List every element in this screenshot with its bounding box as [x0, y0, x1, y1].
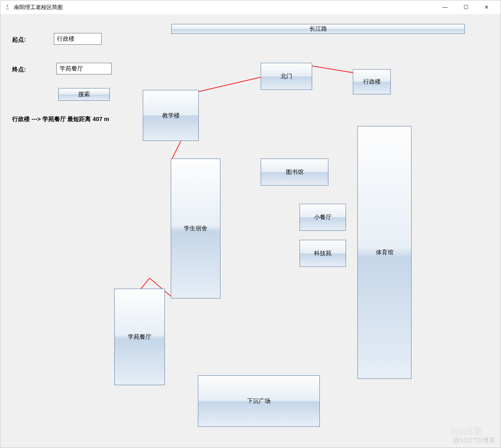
node-gymnasium[interactable]: 体育馆 — [357, 126, 412, 379]
node-label: 教学楼 — [162, 112, 180, 120]
node-label: 行政楼 — [363, 78, 381, 86]
node-label: 科技苑 — [314, 249, 332, 257]
node-small-canteen[interactable]: 小餐厅 — [300, 204, 346, 231]
node-label: 下沉广场 — [247, 397, 271, 405]
client-area: 起点: 终点: 搜索 行政楼 ---> 学苑餐厅 最短距离 407 m 长江路 … — [0, 14, 501, 448]
node-admin-building[interactable]: 行政楼 — [353, 69, 391, 94]
node-tech-park[interactable]: 科技苑 — [300, 240, 346, 267]
search-button-label: 搜索 — [78, 90, 90, 98]
end-input[interactable] — [56, 63, 112, 75]
end-label: 终点: — [12, 65, 26, 74]
node-teaching-building[interactable]: 教学楼 — [143, 90, 199, 141]
node-label: 长江路 — [309, 25, 327, 33]
node-label: 体育馆 — [376, 248, 393, 257]
minimize-button[interactable]: — — [435, 0, 455, 14]
node-xueyuan-canteen[interactable]: 学苑餐厅 — [114, 289, 165, 385]
node-dormitory[interactable]: 学生宿舍 — [171, 159, 220, 299]
window-title: 南阳理工老校区简图 — [14, 4, 63, 11]
node-changjiang-road[interactable]: 长江路 — [171, 24, 465, 34]
search-button[interactable]: 搜索 — [58, 88, 110, 101]
node-sunken-plaza[interactable]: 下沉广场 — [198, 375, 320, 427]
minimize-icon: — — [442, 4, 448, 10]
node-label: 小餐厅 — [314, 213, 332, 221]
start-input[interactable] — [54, 33, 102, 45]
start-label: 起点: — [12, 36, 26, 44]
node-label: 学苑餐厅 — [128, 333, 151, 341]
close-icon: ✕ — [484, 4, 489, 10]
watermark-text: @51CTO博客 — [453, 437, 496, 445]
node-north-gate[interactable]: 北门 — [261, 63, 312, 90]
node-label: 图书馆 — [286, 168, 304, 176]
maximize-icon: ☐ — [464, 4, 468, 10]
maximize-button[interactable]: ☐ — [455, 0, 476, 14]
node-label: 学生宿舍 — [184, 224, 207, 233]
java-icon — [4, 4, 11, 11]
watermark-logo: 自由互联 — [450, 426, 482, 437]
node-label: 北门 — [281, 72, 292, 80]
app-window: 南阳理工老校区简图 — ☐ ✕ 起点: 终点: 搜索 行政楼 ---> 学苑餐厅… — [0, 0, 501, 448]
titlebar: 南阳理工老校区简图 — ☐ ✕ — [0, 0, 501, 14]
node-library[interactable]: 图书馆 — [261, 159, 328, 186]
close-button[interactable]: ✕ — [476, 0, 497, 14]
result-text: 行政楼 ---> 学苑餐厅 最短距离 407 m — [12, 115, 109, 123]
